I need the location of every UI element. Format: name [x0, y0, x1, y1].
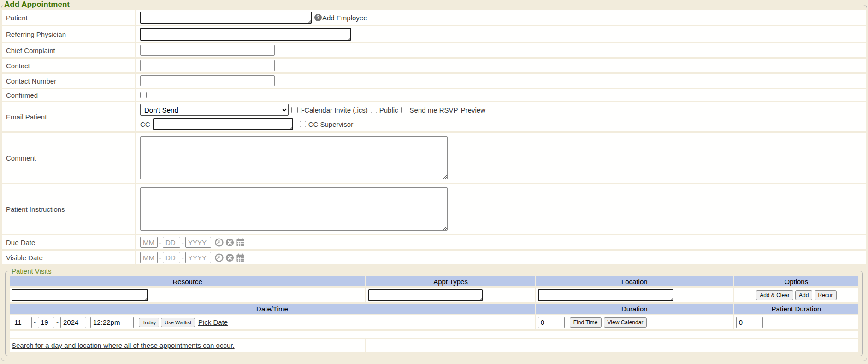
visit-month-input[interactable]	[12, 317, 32, 328]
recur-button[interactable]: Recur	[815, 290, 837, 300]
send-rsvp-label: Send me RSVP	[410, 106, 458, 114]
referring-physician-label: Referring Physician	[2, 26, 135, 42]
visit-day-input[interactable]	[38, 317, 54, 328]
add-appointment-fieldset: Add Appointment Patient ? Add Employee R…	[1, 0, 867, 361]
patient-row: Patient ? Add Employee	[2, 10, 866, 25]
clock-icon[interactable]	[215, 238, 224, 247]
email-send-select[interactable]: Don't Send	[140, 104, 289, 116]
date-separator: -	[159, 239, 161, 246]
preview-link[interactable]: Preview	[461, 106, 485, 114]
patient-visits-fieldset: Patient Visits Resource Appt Types Locat…	[5, 267, 863, 356]
patient-duration-input[interactable]	[736, 317, 763, 328]
view-calendar-button[interactable]: View Calendar	[604, 317, 647, 328]
visit-year-input[interactable]	[60, 317, 86, 328]
referring-physician-input[interactable]	[140, 28, 351, 41]
resource-header: Resource	[10, 276, 365, 286]
search-day-location-link[interactable]: Search for a day and location where all …	[12, 341, 235, 349]
due-date-row: Due Date - -	[2, 235, 866, 249]
cc-supervisor-label: CC Supervisor	[308, 120, 354, 128]
add-button[interactable]: Add	[795, 290, 812, 300]
due-date-label: Due Date	[2, 235, 135, 249]
comment-label: Comment	[2, 133, 135, 183]
confirmed-label: Confirmed	[2, 89, 135, 101]
duration-header: Duration	[536, 304, 733, 314]
duration-input[interactable]	[538, 317, 565, 328]
location-header: Location	[536, 276, 733, 286]
spacer-row	[10, 331, 858, 338]
datetime-row: - - Today Use Waitlist Pick Date	[10, 315, 858, 329]
visible-date-year-input[interactable]	[185, 252, 211, 263]
confirmed-row: Confirmed	[2, 89, 866, 101]
cc-supervisor-checkbox[interactable]	[300, 121, 306, 127]
referring-physician-row: Referring Physician	[2, 26, 866, 42]
cc-label: CC	[140, 120, 150, 128]
appt-types-input[interactable]	[368, 289, 483, 301]
page-title: Add Appointment	[3, 0, 72, 9]
location-input[interactable]	[538, 289, 673, 301]
visit-header-row: Resource Appt Types Location Options	[10, 276, 858, 286]
clock-icon[interactable]	[215, 253, 224, 262]
calendar-icon[interactable]	[236, 238, 245, 247]
chief-complaint-input[interactable]	[140, 45, 275, 56]
contact-number-input[interactable]	[140, 75, 275, 86]
appt-types-header: Appt Types	[366, 276, 535, 286]
patient-instructions-textarea[interactable]	[140, 187, 448, 231]
today-button[interactable]: Today	[139, 318, 159, 327]
due-date-year-input[interactable]	[185, 237, 211, 248]
public-checkbox[interactable]	[371, 107, 377, 113]
visible-date-day-input[interactable]	[163, 252, 180, 263]
date-separator: -	[182, 254, 184, 262]
due-date-month-input[interactable]	[140, 237, 158, 248]
date-separator: -	[182, 239, 184, 246]
clear-date-icon[interactable]	[225, 253, 234, 262]
patient-instructions-row: Patient Instructions	[2, 184, 866, 234]
pick-date-link[interactable]: Pick Date	[198, 318, 228, 326]
clear-date-icon[interactable]	[225, 238, 234, 247]
ical-invite-label: I-Calendar Invite (.ics)	[300, 106, 368, 114]
patient-visits-table: Resource Appt Types Location Options	[8, 275, 860, 353]
contact-row: Contact	[2, 59, 866, 72]
add-and-clear-button[interactable]: Add & Clear	[756, 290, 793, 300]
contact-label: Contact	[2, 59, 135, 72]
options-header: Options	[734, 276, 858, 286]
comment-row: Comment	[2, 133, 866, 183]
use-waitlist-button[interactable]: Use Waitlist	[161, 318, 195, 327]
email-patient-label: Email Patient	[2, 102, 135, 131]
contact-number-row: Contact Number	[2, 74, 866, 88]
visit-input-row: Add & Clear Add Recur	[10, 288, 858, 302]
date-separator: -	[159, 254, 161, 262]
date-separator: -	[56, 318, 59, 326]
confirmed-checkbox[interactable]	[140, 92, 147, 98]
search-row: Search for a day and location where all …	[10, 339, 858, 352]
visible-date-month-input[interactable]	[140, 252, 158, 263]
chief-complaint-row: Chief Complaint	[2, 43, 866, 57]
date-time-header: Date/Time	[10, 304, 535, 314]
patient-instructions-label: Patient Instructions	[2, 184, 135, 234]
find-time-button[interactable]: Find Time	[570, 317, 602, 328]
cc-input[interactable]	[153, 118, 293, 130]
visit-time-input[interactable]	[90, 317, 134, 328]
visible-date-label: Visible Date	[2, 251, 135, 264]
comment-textarea[interactable]	[140, 136, 448, 179]
contact-input[interactable]	[140, 60, 275, 71]
datetime-header-row: Date/Time Duration Patient Duration	[10, 304, 858, 314]
email-patient-row: Email Patient Don't Send I-Calendar Invi…	[2, 102, 866, 131]
resource-input[interactable]	[12, 289, 148, 301]
contact-number-label: Contact Number	[2, 74, 135, 88]
patient-input[interactable]	[140, 12, 312, 24]
visible-date-row: Visible Date - -	[2, 251, 866, 264]
patient-duration-header: Patient Duration	[734, 304, 858, 314]
add-appointment-page: Add Appointment Patient ? Add Employee R…	[0, 0, 868, 364]
due-date-day-input[interactable]	[163, 237, 180, 248]
date-separator: -	[34, 318, 36, 326]
send-rsvp-checkbox[interactable]	[401, 107, 407, 113]
patient-visits-legend: Patient Visits	[9, 267, 53, 275]
help-icon[interactable]: ?	[314, 14, 322, 21]
patient-label: Patient	[2, 10, 135, 25]
add-employee-link[interactable]: Add Employee	[322, 14, 367, 22]
public-label: Public	[379, 106, 398, 114]
calendar-icon[interactable]	[236, 253, 245, 262]
chief-complaint-label: Chief Complaint	[2, 43, 135, 57]
ical-invite-checkbox[interactable]	[291, 107, 298, 113]
